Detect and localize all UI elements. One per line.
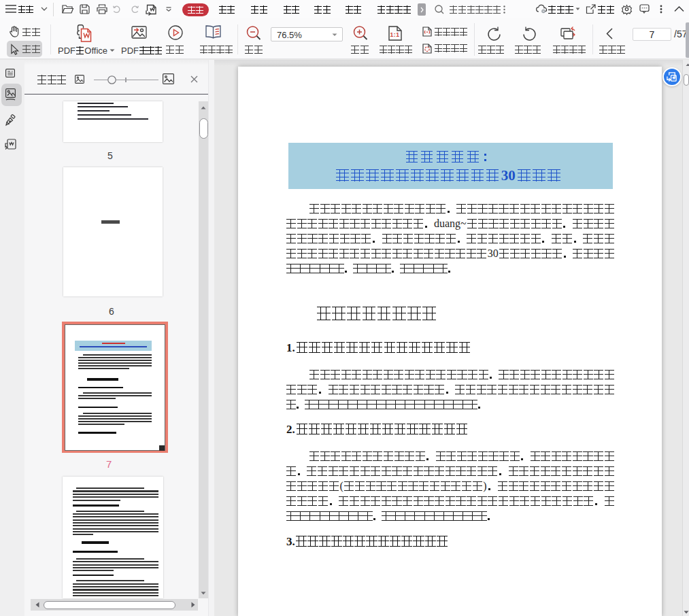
svg-text:1:1: 1:1 (390, 31, 400, 38)
